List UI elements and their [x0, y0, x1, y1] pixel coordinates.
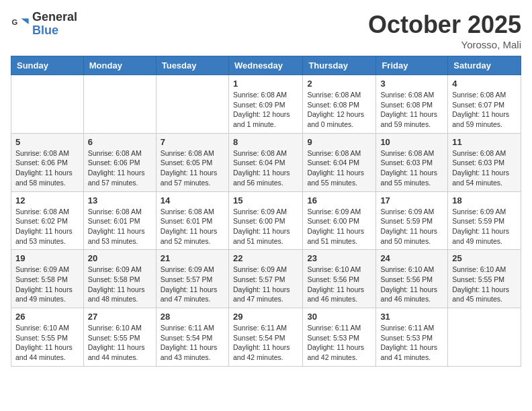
day-info: Sunrise: 6:09 AM Sunset: 5:57 PM Dayligh… [161, 265, 224, 304]
day-number: 26 [15, 312, 79, 322]
calendar-cell: 20Sunrise: 6:09 AM Sunset: 5:58 PM Dayli… [83, 250, 156, 308]
calendar-cell: 27Sunrise: 6:10 AM Sunset: 5:55 PM Dayli… [83, 308, 156, 367]
week-row-3: 12Sunrise: 6:08 AM Sunset: 6:02 PM Dayli… [11, 191, 521, 250]
title-block: October 2025 Yorosso, Mali [368, 11, 521, 50]
day-number: 18 [452, 195, 517, 205]
day-number: 2 [307, 79, 371, 89]
col-header-saturday: Saturday [448, 56, 521, 75]
week-row-2: 5Sunrise: 6:08 AM Sunset: 6:06 PM Daylig… [11, 133, 521, 191]
day-number: 7 [161, 137, 224, 147]
month-title: October 2025 [368, 11, 521, 39]
logo-blue-text: Blue [32, 24, 77, 38]
svg-text:G: G [11, 18, 17, 26]
day-number: 13 [88, 195, 152, 205]
day-number: 6 [88, 137, 152, 147]
logo: G General Blue [11, 11, 77, 38]
calendar-cell: 3Sunrise: 6:08 AM Sunset: 6:08 PM Daylig… [376, 75, 448, 134]
calendar-cell: 12Sunrise: 6:08 AM Sunset: 6:02 PM Dayli… [11, 191, 84, 250]
week-row-1: 1Sunrise: 6:08 AM Sunset: 6:09 PM Daylig… [11, 75, 521, 134]
day-number: 3 [380, 79, 443, 89]
day-info: Sunrise: 6:08 AM Sunset: 6:04 PM Dayligh… [233, 148, 298, 188]
day-number: 4 [452, 79, 517, 89]
day-info: Sunrise: 6:09 AM Sunset: 5:57 PM Dayligh… [233, 265, 298, 304]
day-info: Sunrise: 6:10 AM Sunset: 5:55 PM Dayligh… [15, 323, 79, 363]
day-info: Sunrise: 6:11 AM Sunset: 5:54 PM Dayligh… [161, 323, 224, 363]
calendar-cell: 25Sunrise: 6:10 AM Sunset: 5:55 PM Dayli… [448, 250, 521, 308]
day-info: Sunrise: 6:11 AM Sunset: 5:54 PM Dayligh… [233, 323, 298, 363]
day-info: Sunrise: 6:10 AM Sunset: 5:55 PM Dayligh… [452, 265, 517, 304]
calendar-cell [83, 75, 156, 134]
calendar-cell: 6Sunrise: 6:08 AM Sunset: 6:06 PM Daylig… [83, 133, 156, 191]
day-info: Sunrise: 6:10 AM Sunset: 5:56 PM Dayligh… [307, 265, 371, 304]
logo-general-text: General [32, 11, 77, 24]
week-row-4: 19Sunrise: 6:09 AM Sunset: 5:58 PM Dayli… [11, 250, 521, 308]
day-number: 30 [307, 312, 371, 322]
day-info: Sunrise: 6:08 AM Sunset: 6:02 PM Dayligh… [15, 207, 79, 246]
day-number: 28 [161, 312, 224, 322]
calendar-cell: 2Sunrise: 6:08 AM Sunset: 6:08 PM Daylig… [303, 75, 376, 134]
calendar-cell: 24Sunrise: 6:10 AM Sunset: 5:56 PM Dayli… [376, 250, 448, 308]
col-header-tuesday: Tuesday [156, 56, 228, 75]
col-header-sunday: Sunday [11, 56, 84, 75]
day-info: Sunrise: 6:08 AM Sunset: 6:08 PM Dayligh… [380, 90, 443, 130]
day-info: Sunrise: 6:10 AM Sunset: 5:56 PM Dayligh… [380, 265, 443, 304]
day-info: Sunrise: 6:09 AM Sunset: 5:58 PM Dayligh… [15, 265, 79, 304]
calendar-cell: 8Sunrise: 6:08 AM Sunset: 6:04 PM Daylig… [228, 133, 302, 191]
calendar-header-row: SundayMondayTuesdayWednesdayThursdayFrid… [11, 56, 521, 75]
calendar-cell: 19Sunrise: 6:09 AM Sunset: 5:58 PM Dayli… [11, 250, 84, 308]
day-number: 8 [233, 137, 298, 147]
day-number: 24 [380, 253, 443, 263]
day-number: 19 [15, 253, 79, 263]
day-info: Sunrise: 6:08 AM Sunset: 6:04 PM Dayligh… [307, 148, 371, 188]
day-number: 1 [233, 79, 298, 89]
day-info: Sunrise: 6:08 AM Sunset: 6:03 PM Dayligh… [380, 148, 443, 188]
day-number: 31 [380, 312, 443, 322]
day-info: Sunrise: 6:08 AM Sunset: 6:01 PM Dayligh… [88, 207, 152, 246]
day-number: 10 [380, 137, 443, 147]
calendar-cell: 31Sunrise: 6:11 AM Sunset: 5:53 PM Dayli… [376, 308, 448, 367]
location-subtitle: Yorosso, Mali [368, 39, 521, 50]
calendar-cell: 14Sunrise: 6:08 AM Sunset: 6:01 PM Dayli… [156, 191, 228, 250]
day-info: Sunrise: 6:08 AM Sunset: 6:05 PM Dayligh… [161, 148, 224, 188]
day-info: Sunrise: 6:08 AM Sunset: 6:09 PM Dayligh… [233, 90, 298, 130]
day-number: 22 [233, 253, 298, 263]
calendar-cell: 23Sunrise: 6:10 AM Sunset: 5:56 PM Dayli… [303, 250, 376, 308]
day-number: 27 [88, 312, 152, 322]
calendar-cell: 10Sunrise: 6:08 AM Sunset: 6:03 PM Dayli… [376, 133, 448, 191]
day-number: 11 [452, 137, 517, 147]
week-row-5: 26Sunrise: 6:10 AM Sunset: 5:55 PM Dayli… [11, 308, 521, 367]
calendar-cell: 30Sunrise: 6:11 AM Sunset: 5:53 PM Dayli… [303, 308, 376, 367]
day-number: 17 [380, 195, 443, 205]
col-header-wednesday: Wednesday [228, 56, 302, 75]
calendar-cell: 13Sunrise: 6:08 AM Sunset: 6:01 PM Dayli… [83, 191, 156, 250]
day-info: Sunrise: 6:08 AM Sunset: 6:01 PM Dayligh… [161, 207, 224, 246]
day-info: Sunrise: 6:11 AM Sunset: 5:53 PM Dayligh… [307, 323, 371, 363]
day-number: 21 [161, 253, 224, 263]
day-number: 23 [307, 253, 371, 263]
day-info: Sunrise: 6:11 AM Sunset: 5:53 PM Dayligh… [380, 323, 443, 363]
day-number: 25 [452, 253, 517, 263]
day-number: 5 [15, 137, 79, 147]
calendar-cell: 28Sunrise: 6:11 AM Sunset: 5:54 PM Dayli… [156, 308, 228, 367]
calendar-table: SundayMondayTuesdayWednesdayThursdayFrid… [11, 56, 521, 367]
day-info: Sunrise: 6:08 AM Sunset: 6:07 PM Dayligh… [452, 90, 517, 130]
col-header-thursday: Thursday [303, 56, 376, 75]
day-info: Sunrise: 6:09 AM Sunset: 6:00 PM Dayligh… [307, 207, 371, 246]
calendar-cell: 16Sunrise: 6:09 AM Sunset: 6:00 PM Dayli… [303, 191, 376, 250]
calendar-cell: 1Sunrise: 6:08 AM Sunset: 6:09 PM Daylig… [228, 75, 302, 134]
calendar-cell: 18Sunrise: 6:09 AM Sunset: 5:59 PM Dayli… [448, 191, 521, 250]
page-header: G General Blue October 2025 Yorosso, Mal… [11, 11, 521, 50]
day-info: Sunrise: 6:08 AM Sunset: 6:03 PM Dayligh… [452, 148, 517, 188]
day-info: Sunrise: 6:09 AM Sunset: 6:00 PM Dayligh… [233, 207, 298, 246]
calendar-cell: 22Sunrise: 6:09 AM Sunset: 5:57 PM Dayli… [228, 250, 302, 308]
calendar-cell: 4Sunrise: 6:08 AM Sunset: 6:07 PM Daylig… [448, 75, 521, 134]
day-number: 9 [307, 137, 371, 147]
calendar-cell: 26Sunrise: 6:10 AM Sunset: 5:55 PM Dayli… [11, 308, 84, 367]
day-info: Sunrise: 6:10 AM Sunset: 5:55 PM Dayligh… [88, 323, 152, 363]
col-header-monday: Monday [83, 56, 156, 75]
day-info: Sunrise: 6:09 AM Sunset: 5:58 PM Dayligh… [88, 265, 152, 304]
day-number: 29 [233, 312, 298, 322]
calendar-cell [448, 308, 521, 367]
calendar-cell: 29Sunrise: 6:11 AM Sunset: 5:54 PM Dayli… [228, 308, 302, 367]
day-number: 15 [233, 195, 298, 205]
